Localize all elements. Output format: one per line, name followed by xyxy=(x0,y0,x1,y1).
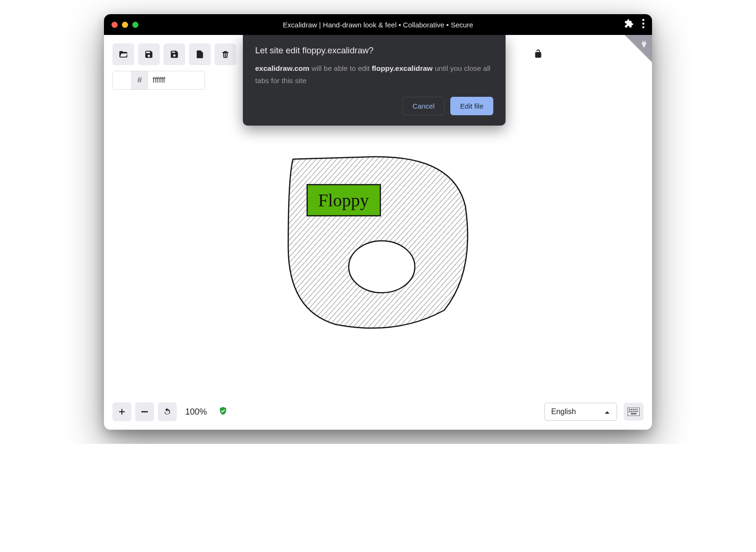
svg-point-4 xyxy=(349,241,415,293)
svg-rect-10 xyxy=(633,409,634,410)
hash-label: # xyxy=(132,71,148,89)
svg-rect-18 xyxy=(631,413,636,415)
svg-rect-14 xyxy=(631,411,632,413)
svg-rect-15 xyxy=(633,411,634,413)
save-button[interactable] xyxy=(138,43,160,65)
more-menu-icon[interactable] xyxy=(642,19,644,30)
app-window: Excalidraw | Hand-drawn look & feel • Co… xyxy=(104,14,652,430)
keyboard-button[interactable] xyxy=(624,403,644,421)
traffic-lights xyxy=(112,22,138,28)
svg-rect-17 xyxy=(636,411,638,413)
background-color-control: # ffffff xyxy=(112,71,205,90)
app-body: # ffffff xyxy=(104,35,652,430)
plug-icon xyxy=(640,40,648,50)
edit-file-button[interactable]: Edit file xyxy=(450,97,493,115)
zoom-level: 100% xyxy=(180,407,212,417)
zoom-out-button[interactable] xyxy=(135,402,154,421)
svg-rect-8 xyxy=(629,409,630,410)
extensions-icon[interactable] xyxy=(624,19,634,30)
svg-rect-6 xyxy=(141,411,148,413)
minimize-window-button[interactable] xyxy=(122,22,128,28)
svg-point-0 xyxy=(642,19,644,21)
dialog-site: excalidraw.com xyxy=(255,64,309,72)
reset-zoom-button[interactable] xyxy=(158,402,177,421)
maximize-window-button[interactable] xyxy=(132,22,138,28)
cancel-button[interactable]: Cancel xyxy=(403,97,445,115)
svg-rect-12 xyxy=(636,409,638,410)
shield-icon xyxy=(218,406,228,418)
dialog-body: excalidraw.com will be able to edit flop… xyxy=(255,62,493,86)
chevron-up-icon xyxy=(604,408,610,416)
bottom-bar: 100% English xyxy=(112,402,644,421)
titlebar: Excalidraw | Hand-drawn look & feel • Co… xyxy=(104,14,652,35)
window-title: Excalidraw | Hand-drawn look & feel • Co… xyxy=(283,21,473,29)
dialog-filename: floppy.excalidraw xyxy=(372,64,433,72)
floppy-drawing: Floppy xyxy=(279,150,477,334)
export-button[interactable] xyxy=(189,43,211,65)
permission-dialog: Let site edit floppy.excalidraw? excalid… xyxy=(243,35,506,126)
open-file-button[interactable] xyxy=(112,43,134,65)
zoom-in-button[interactable] xyxy=(112,402,131,421)
save-as-button[interactable] xyxy=(163,43,185,65)
delete-button[interactable] xyxy=(215,43,236,65)
toolbar: # ffffff xyxy=(112,43,236,90)
close-window-button[interactable] xyxy=(112,22,118,28)
svg-rect-16 xyxy=(635,411,636,413)
color-swatch[interactable] xyxy=(113,71,132,89)
language-label: English xyxy=(551,408,576,416)
drawing-label-text: Floppy xyxy=(318,190,369,210)
color-hex-input[interactable]: ffffff xyxy=(148,71,205,89)
dialog-title: Let site edit floppy.excalidraw? xyxy=(255,45,493,56)
svg-rect-9 xyxy=(631,409,632,410)
svg-rect-13 xyxy=(629,411,630,413)
language-select[interactable]: English xyxy=(544,403,617,421)
svg-point-2 xyxy=(642,26,644,28)
svg-rect-11 xyxy=(635,409,636,410)
unlock-icon[interactable] xyxy=(533,48,543,60)
svg-point-1 xyxy=(642,23,644,25)
